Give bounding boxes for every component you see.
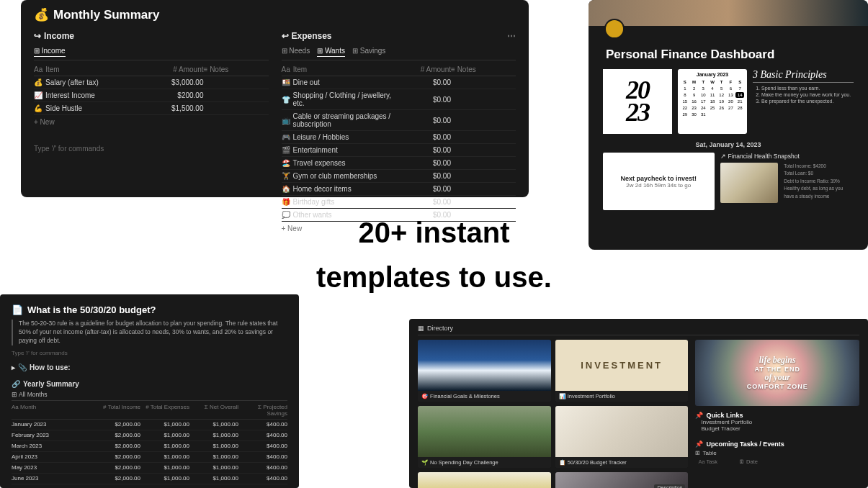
calendar-day[interactable]: 21 [735,99,744,104]
calendar-day[interactable]: 18 [708,99,717,104]
clipboard-icon: 📋 [559,459,565,466]
principle-item: Make the money you have work for you. [761,92,854,97]
income-new-row[interactable]: + New [34,115,269,129]
calendar-day[interactable]: 12 [717,92,726,98]
link-icon: 🔗 [12,380,20,388]
financial-health-card: ↗Financial Health Snapshot Total Income:… [720,153,854,210]
yearly-row[interactable]: June 2023$2,000.00$1,000.00$1,000.00$400… [12,474,287,484]
yearly-row[interactable]: February 2023$2,000.00$1,000.00$1,000.00… [12,430,287,441]
calendar-day[interactable]: 10 [699,92,707,98]
yearly-row[interactable]: May 2023$2,000.00$1,000.00$1,000.00$400.… [12,463,287,474]
motivational-poster: life begins AT THE END of your COMFORT Z… [695,340,859,406]
calendar-day[interactable]: 2 [690,86,699,91]
calendar-day[interactable]: 3 [699,86,707,91]
expense-row[interactable]: 🎬Entertainment$0.00 [282,144,516,157]
expense-row[interactable]: 🍱Dine out$0.00 [282,76,516,89]
mini-calendar[interactable]: January 2023 SMTWTFS12345678910111213141… [678,69,747,134]
calendar-day[interactable]: 26 [717,105,726,111]
calendar-day[interactable]: 19 [717,99,726,104]
principle-item: Spend less than you earn. [761,86,854,91]
income-tab[interactable]: ⊞ Income [34,45,66,57]
calendar-day[interactable]: 1 [681,86,689,91]
command-hint: Type '/' for commands [34,145,269,153]
how-to-use-heading[interactable]: How to use: [30,363,71,371]
moneybag-icon: 💰 [34,7,49,22]
investment-thumb: INVESTMENT [555,340,689,391]
quick-link-item[interactable]: Budget Tracker [701,425,859,432]
health-stat: Total Income: $4200 [784,163,854,170]
toggle-icon[interactable]: ▸ [12,363,15,371]
income-row[interactable]: 📈Interest Income$200.00 [34,89,269,102]
gallery-card-extra1[interactable] [418,472,551,488]
quick-link-item[interactable]: Investment Portfolio [701,419,859,425]
upcoming-tasks-heading: Upcoming Tasks / Events [706,440,784,448]
expense-row[interactable]: 🎁Birthday gifts$0.00 [282,196,516,209]
expenses-section: ↩ Expenses ⋯ ⊞ Needs⊞ Wants⊞ Savings Aa … [282,31,516,235]
gallery-card-goals[interactable]: 🎯Financial Goals & Milestones [418,340,551,402]
arrow-in-icon: ↪ [34,31,41,41]
dashboard-title: Personal Finance Dashboard [589,43,868,69]
calendar-day[interactable]: 20 [727,99,735,104]
calendar-day[interactable]: 30 [690,112,699,117]
command-hint: Type '/' for commands [12,350,287,356]
calendar-day[interactable]: 15 [681,99,689,104]
moneybag-emoji-icon [606,20,623,37]
calendar-day[interactable]: 14 [735,92,744,98]
principles-card: 3 Basic Principles Spend less than you e… [753,69,854,134]
rule-title: What is the 50/30/20 budget? [27,304,156,315]
calendar-day[interactable]: 7 [735,86,744,91]
directory-tab[interactable]: ▦ Directory [418,325,859,335]
expense-row[interactable]: 🏋️Gym or club memberships$0.00 [282,170,516,183]
calendar-day[interactable]: 17 [699,99,707,104]
gallery-card-investment[interactable]: INVESTMENT 📊Investment Portfolio [555,340,689,402]
calendar-day[interactable]: 31 [699,112,707,117]
gallery-card-extra2[interactable]: Description [555,472,689,488]
gallery-card-nospending[interactable]: 🌱No Spending Day Challenge [418,406,551,468]
paycheck-card[interactable]: Next paycheck to invest! 2w 2d 16h 59m 3… [603,153,715,210]
yearly-row[interactable]: January 2023$2,000.00$1,000.00$1,000.00$… [12,420,287,430]
calendar-day[interactable]: 22 [681,105,689,111]
yearly-row[interactable]: April 2023$2,000.00$1,000.00$1,000.00$40… [12,452,287,463]
calendar-day[interactable]: 29 [681,112,689,117]
expense-tab-savings[interactable]: ⊞ Savings [352,45,385,57]
calendar-day[interactable]: 4 [708,86,717,91]
all-months-tab[interactable]: ⊞ All Months [12,391,287,401]
pin-icon: 📌 [695,440,703,448]
principle-item: Be prepared for the unexpected. [761,99,854,104]
income-row[interactable]: 💰Salary (after tax)$3,000.00 [34,76,269,89]
calendar-day[interactable]: 13 [727,92,735,98]
calendar-day[interactable]: 9 [690,92,699,98]
yearly-row[interactable]: March 2023$2,000.00$1,000.00$1,000.00$40… [12,441,287,452]
calendar-day[interactable]: 8 [681,92,689,98]
calendar-day[interactable]: 24 [699,105,707,111]
year-graphic: 2023 [603,69,672,134]
expense-row[interactable]: 👕Shopping / Clothing / jewellery, etc.$0… [282,89,516,110]
calendar-day[interactable]: 5 [717,86,726,91]
expense-row[interactable]: 📺Cable or streaming packages / subscript… [282,110,516,131]
clip-icon: 📎 [18,363,27,371]
calendar-day[interactable]: 16 [690,99,699,104]
calendar-day[interactable]: 28 [735,105,744,111]
gallery-card-503020[interactable]: 📋50/30/20 Budget Tracker [555,406,689,468]
more-icon[interactable]: ⋯ [507,31,516,41]
expense-tab-needs[interactable]: ⊞ Needs [282,45,310,57]
calendar-day[interactable]: 6 [727,86,735,91]
table-icon: ⊞ [695,450,700,456]
pens-thumb [418,472,551,488]
target-icon: 🎯 [421,393,428,399]
calendar-day[interactable]: 23 [690,105,699,111]
marketing-headline: 20+ instant templates to use. [182,210,686,299]
calendar-day[interactable]: 27 [727,105,735,111]
description-chip: Description [654,484,685,488]
income-row[interactable]: 💪Side Hustle$1,500.00 [34,102,269,115]
expense-row[interactable]: 🏠Home decor items$0.00 [282,183,516,196]
yearly-summary-heading: Yearly Summary [23,380,79,388]
rule-description: The 50-20-30 rule is a guideline for bud… [12,320,287,345]
calendar-day[interactable]: 11 [708,92,717,98]
table-view-tab[interactable]: ⊞Table [695,450,859,456]
quick-links-heading: Quick Links [706,412,743,419]
expense-row[interactable]: 🎮Leisure / Hobbies$0.00 [282,131,516,144]
expense-row[interactable]: 🏖️Travel expenses$0.00 [282,157,516,170]
expense-tab-wants[interactable]: ⊞ Wants [317,45,345,57]
calendar-day[interactable]: 25 [708,105,717,111]
